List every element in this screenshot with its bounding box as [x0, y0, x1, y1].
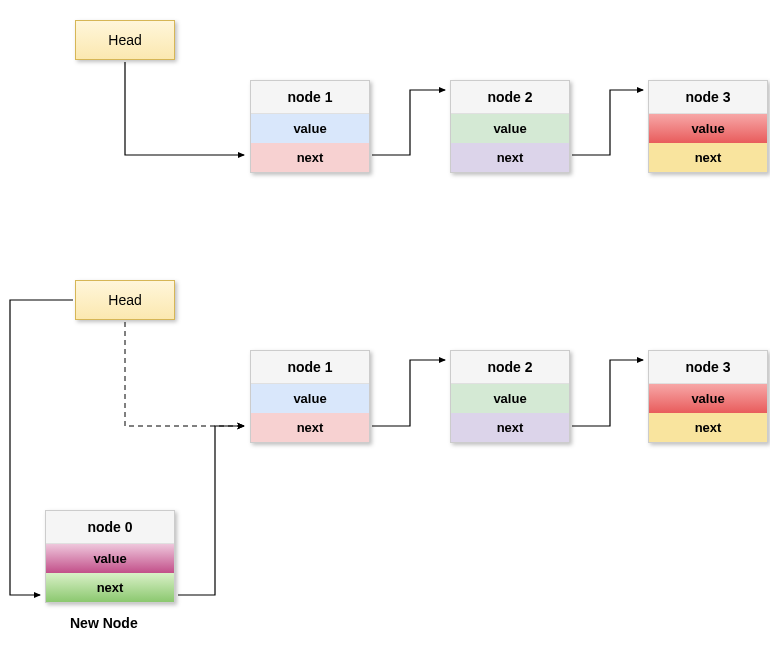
- arrow-node1-to-node2-top: [372, 90, 445, 155]
- node-next-field: next: [451, 143, 569, 172]
- head-label: Head: [108, 292, 141, 308]
- node-2-bottom: node 2 value next: [450, 350, 570, 443]
- node-title: node 1: [251, 351, 369, 384]
- node-1-bottom: node 1 value next: [250, 350, 370, 443]
- new-node-container: node 0 value next: [45, 510, 175, 603]
- node-title: node 3: [649, 351, 767, 384]
- node-title: node 2: [451, 351, 569, 384]
- node-next-field: next: [251, 143, 369, 172]
- node-value-field: value: [46, 544, 174, 573]
- node-title: node 3: [649, 81, 767, 114]
- node-1-top: node 1 value next: [250, 80, 370, 173]
- node-next-field: next: [451, 413, 569, 442]
- new-node-caption: New Node: [70, 615, 138, 631]
- node-value-field: value: [649, 384, 767, 413]
- node-value-field: value: [649, 114, 767, 143]
- arrow-node2-to-node3-bottom: [572, 360, 643, 426]
- node-next-field: next: [649, 413, 767, 442]
- diagram-canvas: Head node 1 value next node 2 value next…: [0, 0, 770, 656]
- node-value-field: value: [451, 114, 569, 143]
- node-value-field: value: [451, 384, 569, 413]
- node-value-field: value: [251, 114, 369, 143]
- node-3-bottom: node 3 value next: [648, 350, 768, 443]
- node-0: node 0 value next: [45, 510, 175, 603]
- node-title: node 2: [451, 81, 569, 114]
- node-title: node 0: [46, 511, 174, 544]
- node-next-field: next: [251, 413, 369, 442]
- node-3-top: node 3 value next: [648, 80, 768, 173]
- node-next-field: next: [46, 573, 174, 602]
- node-next-field: next: [649, 143, 767, 172]
- arrow-node2-to-node3-top: [572, 90, 643, 155]
- head-box-bottom: Head: [75, 280, 175, 320]
- arrow-head-to-node1-top: [125, 62, 244, 155]
- node-2-top: node 2 value next: [450, 80, 570, 173]
- node-title: node 1: [251, 81, 369, 114]
- head-box-top: Head: [75, 20, 175, 60]
- arrow-head-to-node1-old-dashed: [125, 322, 244, 426]
- head-label: Head: [108, 32, 141, 48]
- arrow-node1-to-node2-bottom: [372, 360, 445, 426]
- arrow-node0-to-node1: [178, 426, 244, 595]
- node-value-field: value: [251, 384, 369, 413]
